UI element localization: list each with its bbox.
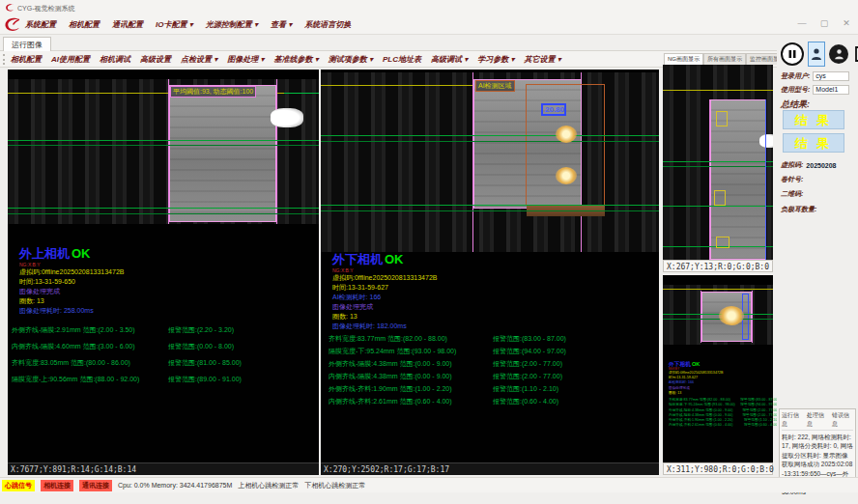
small-view-top: NG画面显示 所有画面显示 监控画面显示 X:267;Y:13;R:0;G:0;… [663,53,773,272]
camera-view-upper[interactable]: 平均阈值:93, 动态阈值:100 外上相机OK NG:X:B:Y 虚拟码:0f… [8,70,319,475]
measure-row: 齐料宽度:83.77mm 范围:(82.00 - 88.00)报警范围:(83.… [329,334,655,344]
ai-area-label: AI检测区域 [475,80,515,92]
login-user-label: 登录用户: [781,71,810,81]
upper-camera-heartbeat-text: 上相机心跳检测正常 [238,481,299,490]
tab-strip: 运行图像 [0,35,858,51]
process-cost-line: 图像处理耗时: 182.00ms [332,322,651,331]
camera-upper-status: OK [72,246,91,261]
pause-button[interactable] [781,42,804,66]
measure-row: 内侧齐线-齐料:2.61mm 范围:(0.60 - 4.00)报警范围:(0.6… [329,397,655,406]
tool-advanced-settings[interactable]: 高级设置 [140,54,171,65]
tool-plc-table[interactable]: PLC地址表 [383,54,421,65]
tool-spotcheck[interactable]: 点检设置 ▾ [181,54,217,65]
model-value[interactable]: Model1 [813,85,849,95]
virtual-code-label: 虚拟码: [781,160,803,170]
measure-row: 齐料宽度:83.05mm 范围:(80.00 - 86.00)报警范围:(81.… [12,358,315,368]
status-bar: 心跳信号 相机连接 通讯连接 Cpu: 0.0% Memory: 3424.41… [0,477,858,492]
login-user-value[interactable]: cys [813,71,849,81]
turns-line: 圈数: 13 [332,312,651,322]
window-title: CYG-视觉检测系统 [17,4,75,14]
camera-view-lower[interactable]: AI检测区域 20.80 外下相机OK NG:X:B:Y 虚拟码:0ffline… [321,70,659,475]
threshold-overlay-label: 平均阈值:93, 动态阈值:100 [170,86,256,98]
measure-row: 隔膜宽度-上:90.56mm 范围:(88.00 - 92.00)报警范围:(8… [12,375,315,384]
user-dark-button[interactable] [829,44,848,64]
info-tabs: 运行信息 处理信息 错误信息 [782,411,853,431]
cpu-memory-text: Cpu: 0.0% Memory: 3424.41796875M [118,482,232,489]
camera-lower-status: OK [385,252,404,266]
tool-test-params[interactable]: 测试项参数 ▾ [329,54,373,65]
cursor-coords-small-top: X:267;Y:13;R:0;G:0;B:0 [663,260,773,272]
tool-camera-debug[interactable]: 相机调试 [100,54,130,65]
window-controls: — ▢ ✕ [796,18,852,28]
measure-row: 外侧齐线-隔膜:2.91mm 范围:(2.00 - 3.50)报警范围:(2.2… [12,325,315,335]
app-icon [5,3,14,13]
tool-advanced-debug[interactable]: 高级调试 ▾ [431,54,468,65]
tab-run-image[interactable]: 运行图像 [3,37,51,51]
time-line: 时间:13-31-59-650 [19,277,309,287]
tab-ng-display[interactable]: NG画面显示 [664,53,703,65]
tool-baseline-params[interactable]: 基准线参数 ▾ [274,54,319,65]
menu-view[interactable]: 查看 ▾ [271,19,292,30]
menu-language[interactable]: 系统语言切换 [304,19,351,30]
turns-line: 圈数: 13 [19,296,309,306]
pause-icon [787,49,797,59]
tool-learn-params[interactable]: 学习参数 ▾ [477,54,514,65]
camera-upper-measurements: 外侧齐线-隔膜:2.91mm 范围:(2.00 - 3.50)报警范围:(2.2… [12,325,315,384]
small-bottom-result-text: 外下相机OK NG:X:B:Y 虚拟码:0ffline2025020813313… [669,360,779,428]
comm-connect-badge: 通讯连接 [79,480,112,491]
minimize-icon[interactable]: — [796,18,808,28]
cell-region-upper [169,85,276,222]
camera-lower-result-text: 外下相机OK NG:X:B:Y 虚拟码:0ffline2025020813313… [332,251,651,331]
process-done-line: 图像处理完成 [19,287,309,296]
menu-light-config[interactable]: 光源控制配置 ▾ [206,19,258,30]
maximize-icon[interactable]: ▢ [818,18,830,28]
tab-all-display[interactable]: 所有画面显示 [703,53,746,65]
model-label: 使用型号: [781,85,810,95]
user-active-button[interactable] [808,42,825,67]
tool-other-settings[interactable]: 其它设置 ▾ [525,54,561,65]
tool-camera-config[interactable]: 相机配置 [11,54,42,65]
info-tab-run[interactable]: 运行信息 [782,411,803,429]
small-image-top[interactable] [663,65,773,260]
virtual-code-line: 虚拟码:0ffline2025020813313472B [332,273,651,283]
camera-connect-badge: 相机连接 [41,480,73,491]
tool-image-process[interactable]: 图像处理 ▾ [227,54,264,65]
user-icon [834,48,844,60]
cursor-coords-small-bottom: X:311;Y:980;R:0;G:0;B:0 [663,462,773,475]
heartbeat-badge: 心跳信号 [2,480,35,491]
time-line: 时间:13-31-59-627 [332,283,651,293]
menu-bar: 系统配置 相机配置 通讯配置 IO卡配置 ▾ 光源控制配置 ▾ 查看 ▾ 系统语… [0,15,858,35]
annotation-box [716,237,729,248]
pin-number-label: 卷针号: [781,175,803,184]
toolbar-grip-icon [3,54,6,65]
cursor-coords-lower: X:270;Y:2502;R:17;G:17;B:17 [321,462,659,475]
tab-count-label: 负极耳数量: [781,205,816,214]
gripper-blob [271,108,303,127]
tab-glow [556,167,577,184]
menu-io-config[interactable]: IO卡配置 ▾ [156,19,193,30]
title-bar: CYG-视觉检测系统 [0,0,858,15]
control-buttons [781,42,858,67]
menu-comm-config[interactable]: 通讯配置 [112,19,143,30]
menu-camera-config[interactable]: 相机配置 [69,19,100,30]
logout-button[interactable] [852,43,858,65]
app-window: CYG-视觉检测系统 系统配置 相机配置 通讯配置 IO卡配置 ▾ 光源控制配置… [0,0,858,504]
measure-row: 隔膜宽度-下:95.24mm 范围:(93.00 - 98.00)报警范围:(9… [329,347,655,356]
info-tab-error[interactable]: 错误信息 [832,411,853,429]
logout-icon [853,45,858,63]
measure-row: 外侧齐线-齐料:1.90mm 范围:(1.00 - 2.20)报警范围:(1.1… [329,384,655,394]
menu-items: 系统配置 相机配置 通讯配置 IO卡配置 ▾ 光源控制配置 ▾ 查看 ▾ 系统语… [25,19,351,30]
toolbar-items: 相机配置 AI使用配置 相机调试 高级设置 点检设置 ▾ 图像处理 ▾ 基准线参… [11,54,561,65]
logo-icon [4,16,20,33]
close-icon[interactable]: ✕ [841,18,852,28]
small-image-bottom[interactable] [663,285,773,345]
virtual-code-value: 20250208 [806,162,836,169]
process-done-line: 图像处理完成 [332,302,651,312]
info-tab-process[interactable]: 处理信息 [807,411,828,429]
camera-image-upper[interactable]: 平均阈值:93, 动态阈值:100 [8,79,319,224]
tool-ai-config[interactable]: AI使用配置 [51,54,90,65]
small-view-bottom: 外下相机OK NG:X:B:Y 虚拟码:0ffline2025020813313… [663,275,773,475]
camera-image-lower[interactable]: AI检测区域 20.80 [321,72,659,252]
virtual-code-line: 虚拟码:0ffline2025020813313472B [19,267,309,277]
menu-system-config[interactable]: 系统配置 [25,19,56,30]
